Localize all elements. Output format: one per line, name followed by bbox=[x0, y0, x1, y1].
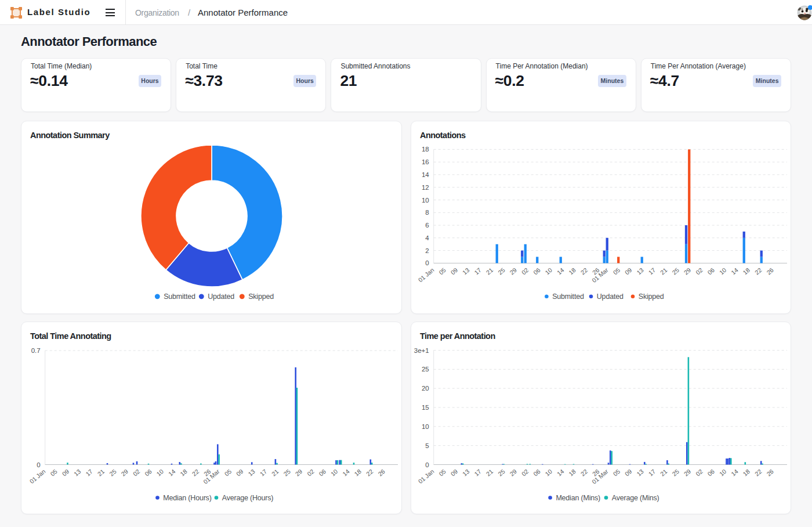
svg-text:25: 25 bbox=[422, 366, 429, 373]
svg-text:02: 02 bbox=[694, 468, 704, 478]
svg-text:Median (Mins): Median (Mins) bbox=[556, 494, 600, 502]
svg-text:17: 17 bbox=[647, 468, 657, 478]
svg-text:06: 06 bbox=[143, 468, 153, 478]
svg-text:02: 02 bbox=[520, 468, 530, 478]
svg-text:21: 21 bbox=[659, 468, 669, 478]
svg-text:18: 18 bbox=[353, 468, 362, 478]
svg-text:4: 4 bbox=[425, 234, 429, 241]
svg-text:29: 29 bbox=[683, 266, 693, 276]
svg-text:14: 14 bbox=[730, 266, 740, 276]
svg-text:Average (Hours): Average (Hours) bbox=[222, 494, 274, 502]
svg-text:18: 18 bbox=[567, 266, 577, 276]
svg-text:Updated: Updated bbox=[208, 293, 234, 301]
svg-text:29: 29 bbox=[294, 468, 304, 478]
svg-text:09: 09 bbox=[61, 468, 71, 478]
svg-text:29: 29 bbox=[508, 468, 518, 478]
svg-text:22: 22 bbox=[365, 468, 375, 478]
svg-text:18: 18 bbox=[567, 468, 577, 478]
svg-text:17: 17 bbox=[84, 468, 94, 478]
svg-text:02: 02 bbox=[132, 468, 142, 478]
svg-text:13: 13 bbox=[246, 468, 256, 478]
svg-text:6: 6 bbox=[425, 222, 429, 229]
svg-text:25: 25 bbox=[670, 468, 680, 478]
svg-text:13: 13 bbox=[461, 468, 471, 478]
svg-text:13: 13 bbox=[72, 468, 82, 478]
svg-text:05: 05 bbox=[437, 266, 447, 276]
svg-text:02: 02 bbox=[306, 468, 316, 478]
svg-text:20: 20 bbox=[422, 385, 429, 392]
svg-text:22: 22 bbox=[753, 468, 763, 478]
svg-text:02: 02 bbox=[694, 266, 704, 276]
svg-text:22: 22 bbox=[191, 468, 201, 478]
svg-text:10: 10 bbox=[718, 468, 728, 478]
svg-text:Average (Mins): Average (Mins) bbox=[612, 494, 659, 502]
svg-text:25: 25 bbox=[496, 266, 506, 276]
svg-text:09: 09 bbox=[235, 468, 245, 478]
svg-text:25: 25 bbox=[496, 468, 506, 478]
svg-text:5: 5 bbox=[425, 442, 429, 449]
svg-text:21: 21 bbox=[270, 468, 280, 478]
svg-text:21: 21 bbox=[659, 266, 669, 276]
svg-text:Skipped: Skipped bbox=[248, 293, 274, 301]
svg-text:14: 14 bbox=[341, 468, 351, 478]
svg-text:14: 14 bbox=[422, 171, 429, 178]
svg-text:13: 13 bbox=[635, 468, 645, 478]
svg-text:06: 06 bbox=[532, 468, 542, 478]
svg-text:3e+1: 3e+1 bbox=[414, 347, 429, 354]
svg-text:09: 09 bbox=[624, 266, 633, 276]
svg-text:25: 25 bbox=[670, 266, 680, 276]
svg-text:17: 17 bbox=[473, 468, 483, 478]
svg-text:06: 06 bbox=[706, 468, 716, 478]
svg-text:22: 22 bbox=[579, 266, 589, 276]
svg-text:18: 18 bbox=[179, 468, 188, 478]
svg-text:13: 13 bbox=[461, 266, 471, 276]
svg-text:10: 10 bbox=[422, 423, 429, 430]
svg-text:10: 10 bbox=[718, 266, 728, 276]
svg-text:09: 09 bbox=[449, 266, 459, 276]
svg-text:14: 14 bbox=[730, 468, 740, 478]
svg-text:0: 0 bbox=[37, 461, 40, 468]
svg-text:01 Jan: 01 Jan bbox=[417, 468, 436, 485]
svg-text:Submitted: Submitted bbox=[164, 293, 195, 301]
svg-text:22: 22 bbox=[753, 266, 763, 276]
svg-text:15: 15 bbox=[422, 404, 429, 411]
svg-text:26: 26 bbox=[376, 468, 386, 478]
svg-text:17: 17 bbox=[647, 266, 657, 276]
svg-text:12: 12 bbox=[422, 184, 429, 191]
svg-text:Median (Hours): Median (Hours) bbox=[163, 494, 211, 502]
svg-text:10: 10 bbox=[329, 468, 339, 478]
svg-text:18: 18 bbox=[741, 468, 751, 478]
svg-text:21: 21 bbox=[96, 468, 106, 478]
svg-text:25: 25 bbox=[282, 468, 292, 478]
svg-text:14: 14 bbox=[556, 468, 566, 478]
svg-text:22: 22 bbox=[579, 468, 589, 478]
svg-text:Submitted: Submitted bbox=[552, 293, 584, 301]
svg-text:05: 05 bbox=[223, 468, 233, 478]
svg-text:14: 14 bbox=[167, 468, 177, 478]
svg-text:29: 29 bbox=[683, 468, 693, 478]
svg-text:25: 25 bbox=[108, 468, 118, 478]
svg-text:10: 10 bbox=[543, 266, 553, 276]
svg-text:05: 05 bbox=[437, 468, 447, 478]
svg-text:09: 09 bbox=[449, 468, 459, 478]
svg-text:05: 05 bbox=[612, 468, 622, 478]
svg-text:29: 29 bbox=[508, 266, 518, 276]
svg-text:10: 10 bbox=[543, 468, 553, 478]
svg-text:29: 29 bbox=[119, 468, 129, 478]
svg-text:18: 18 bbox=[741, 266, 751, 276]
svg-text:09: 09 bbox=[624, 468, 633, 478]
svg-text:17: 17 bbox=[259, 468, 269, 478]
svg-text:06: 06 bbox=[532, 266, 542, 276]
svg-text:8: 8 bbox=[425, 209, 429, 216]
svg-text:13: 13 bbox=[635, 266, 645, 276]
svg-text:0.7: 0.7 bbox=[31, 347, 41, 354]
svg-text:18: 18 bbox=[422, 146, 429, 153]
svg-text:01 Jan: 01 Jan bbox=[28, 468, 47, 485]
svg-text:21: 21 bbox=[485, 266, 495, 276]
svg-text:10: 10 bbox=[155, 468, 165, 478]
svg-text:21: 21 bbox=[485, 468, 495, 478]
svg-text:06: 06 bbox=[317, 468, 327, 478]
svg-text:01 Jan: 01 Jan bbox=[417, 266, 436, 284]
svg-text:0: 0 bbox=[425, 259, 429, 266]
svg-text:0: 0 bbox=[425, 461, 429, 468]
